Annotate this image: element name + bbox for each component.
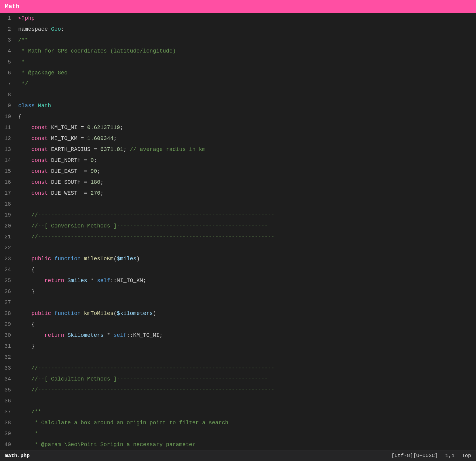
line-content: public function kmToMiles($kilometers) xyxy=(16,308,476,319)
line-number: 1 xyxy=(0,13,16,24)
code-line: 7 */ xyxy=(0,78,476,89)
line-number: 12 xyxy=(0,133,16,144)
line-number: 2 xyxy=(0,24,16,35)
line-number: 15 xyxy=(0,166,16,177)
line-content: //--[ Conversion Methods ]--------------… xyxy=(16,220,476,231)
code-line: 5 * xyxy=(0,56,476,67)
line-number: 26 xyxy=(0,286,16,297)
line-content: } xyxy=(16,286,476,297)
line-number: 6 xyxy=(0,67,16,78)
line-number: 40 xyxy=(0,439,16,450)
code-line: 31 } xyxy=(0,341,476,352)
line-content xyxy=(16,242,476,253)
encoding: [utf-8][U+003C] xyxy=(391,453,438,459)
code-area[interactable]: 1<?php2namespace Geo;3/**4 * Math for GP… xyxy=(0,13,476,450)
line-number: 17 xyxy=(0,188,16,199)
line-number: 34 xyxy=(0,374,16,384)
line-number: 33 xyxy=(0,363,16,374)
line-content: //--------------------------------------… xyxy=(16,384,476,395)
line-content: const EARTH_RADIUS = 6371.01; // average… xyxy=(16,144,476,155)
line-number: 38 xyxy=(0,417,16,428)
line-content: const DUE_WEST = 270; xyxy=(16,188,476,199)
code-line: 14 const DUE_NORTH = 0; xyxy=(0,155,476,166)
line-content: { xyxy=(16,264,476,275)
line-content xyxy=(16,297,476,308)
code-line: 27 xyxy=(0,297,476,308)
scroll-position: Top xyxy=(462,453,471,459)
title-label: Math xyxy=(5,3,19,10)
line-content xyxy=(16,89,476,100)
code-line: 38 * Calculate a box around an origin po… xyxy=(0,417,476,428)
code-line: 15 const DUE_EAST = 90; xyxy=(0,166,476,177)
code-line: 13 const EARTH_RADIUS = 6371.01; // aver… xyxy=(0,144,476,155)
code-line: 25 return $miles * self::MI_TO_KM; xyxy=(0,275,476,286)
line-content: <?php xyxy=(16,13,476,24)
line-content xyxy=(16,199,476,210)
line-number: 8 xyxy=(0,89,16,100)
line-content: class Math xyxy=(16,100,476,111)
code-line: 10{ xyxy=(0,111,476,122)
line-content: return $kilometers * self::KM_TO_MI; xyxy=(16,330,476,341)
line-content: */ xyxy=(16,78,476,89)
code-line: 6 * @package Geo xyxy=(0,67,476,78)
line-content: const DUE_EAST = 90; xyxy=(16,166,476,177)
line-content: const KM_TO_MI = 0.62137119; xyxy=(16,122,476,133)
code-line: 4 * Math for GPS coordinates (latitude/l… xyxy=(0,46,476,56)
line-content: * @package Geo xyxy=(16,67,476,78)
line-number: 25 xyxy=(0,275,16,286)
status-right: [utf-8][U+003C] 1,1 Top xyxy=(391,453,471,459)
code-line: 20 //--[ Conversion Methods ]-----------… xyxy=(0,220,476,231)
line-number: 36 xyxy=(0,395,16,406)
line-content: //--------------------------------------… xyxy=(16,231,476,242)
code-line: 12 const MI_TO_KM = 1.609344; xyxy=(0,133,476,144)
code-line: 26 } xyxy=(0,286,476,297)
line-content: /** xyxy=(16,406,476,417)
code-line: 21 //-----------------------------------… xyxy=(0,231,476,242)
line-number: 39 xyxy=(0,428,16,439)
line-content: * xyxy=(16,428,476,439)
code-line: 23 public function milesToKm($miles) xyxy=(0,253,476,264)
code-line: 8 xyxy=(0,89,476,100)
code-line: 24 { xyxy=(0,264,476,275)
code-line: 36 xyxy=(0,395,476,406)
code-line: 30 return $kilometers * self::KM_TO_MI; xyxy=(0,330,476,341)
line-content: namespace Geo; xyxy=(16,24,476,35)
code-line: 28 public function kmToMiles($kilometers… xyxy=(0,308,476,319)
code-line: 34 //--[ Calcultion Methods ]-----------… xyxy=(0,374,476,384)
line-number: 11 xyxy=(0,122,16,133)
line-number: 3 xyxy=(0,35,16,46)
line-content: //--[ Calcultion Methods ]--------------… xyxy=(16,374,476,384)
line-content: //--------------------------------------… xyxy=(16,210,476,220)
line-content: * Math for GPS coordinates (latitude/lon… xyxy=(16,46,476,56)
line-content: return $miles * self::MI_TO_KM; xyxy=(16,275,476,286)
code-line: 39 * xyxy=(0,428,476,439)
line-content: } xyxy=(16,341,476,352)
line-content: const DUE_SOUTH = 180; xyxy=(16,177,476,188)
line-number: 32 xyxy=(0,352,16,363)
code-line: 19 //-----------------------------------… xyxy=(0,210,476,220)
code-line: 17 const DUE_WEST = 270; xyxy=(0,188,476,199)
line-number: 14 xyxy=(0,155,16,166)
line-content: /** xyxy=(16,35,476,46)
line-number: 29 xyxy=(0,319,16,330)
line-number: 24 xyxy=(0,264,16,275)
code-line: 2namespace Geo; xyxy=(0,24,476,35)
code-line: 40 * @param \Geo\Point $origin a necessa… xyxy=(0,439,476,450)
line-number: 27 xyxy=(0,297,16,308)
line-content: const DUE_NORTH = 0; xyxy=(16,155,476,166)
code-line: 35 //-----------------------------------… xyxy=(0,384,476,395)
line-content: const MI_TO_KM = 1.609344; xyxy=(16,133,476,144)
line-number: 31 xyxy=(0,341,16,352)
line-content: { xyxy=(16,319,476,330)
line-number: 4 xyxy=(0,46,16,56)
line-number: 7 xyxy=(0,78,16,89)
line-content: * Calculate a box around an origin point… xyxy=(16,417,476,428)
code-line: 22 xyxy=(0,242,476,253)
line-number: 35 xyxy=(0,384,16,395)
line-number: 22 xyxy=(0,242,16,253)
line-content xyxy=(16,395,476,406)
filename: math.php xyxy=(5,453,30,459)
line-number: 16 xyxy=(0,177,16,188)
line-number: 23 xyxy=(0,253,16,264)
code-line: 37 /** xyxy=(0,406,476,417)
